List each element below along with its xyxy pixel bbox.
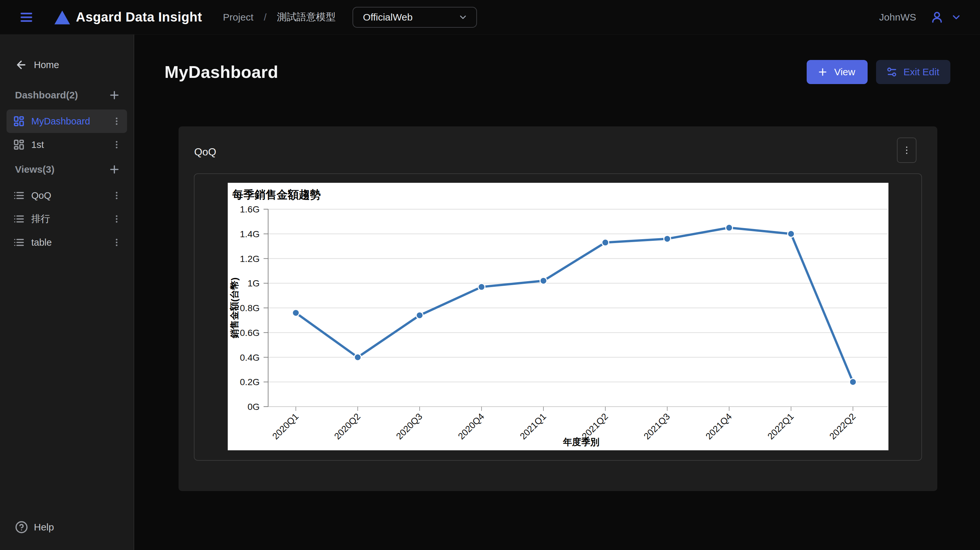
view-button-label: View [834, 67, 855, 78]
sidebar-item-table[interactable]: table [6, 230, 127, 254]
more-vertical-icon [112, 214, 121, 224]
page-title-row: MyDashboard View Exit Edit [134, 35, 980, 84]
help-button[interactable]: Help [10, 519, 127, 536]
exit-edit-button[interactable]: Exit Edit [876, 60, 950, 84]
views-list: QoQ 排行 table [6, 184, 127, 254]
sidebar-item-1st[interactable]: 1st [6, 133, 127, 156]
sidebar-item-label: 1st [31, 140, 103, 150]
svg-text:銷售金額(台幣): 銷售金額(台幣) [229, 278, 239, 339]
ranking-kebab-menu-button[interactable] [110, 212, 124, 226]
dashboard-grid-icon [13, 115, 25, 127]
views-section-label: Views(3) [15, 164, 54, 175]
line-chart: 0G0.2G0.4G0.6G0.8G1G1.2G1.4G1.6G2020Q120… [228, 183, 888, 450]
svg-text:每季銷售金額趨勢: 每季銷售金額趨勢 [232, 188, 321, 201]
list-icon [13, 213, 25, 225]
plus-icon [108, 163, 121, 176]
sliders-icon [886, 66, 897, 78]
plus-icon [108, 89, 121, 101]
breadcrumb-project[interactable]: Project [223, 12, 253, 23]
exit-edit-button-label: Exit Edit [904, 67, 939, 78]
hamburger-menu-button[interactable] [18, 9, 35, 26]
chevron-down-icon [458, 13, 468, 22]
breadcrumb-current-model: 測試語意模型 [277, 10, 336, 24]
main-content: MyDashboard View Exit Edit QoQ 0G0.2G0.4… [134, 35, 980, 550]
svg-text:1.2G: 1.2G [240, 254, 260, 264]
sidebar-item-label: QoQ [31, 190, 103, 201]
user-menu-chevron-icon[interactable] [951, 12, 962, 23]
app-header: Asgard Data Insight Project / 測試語意模型 Off… [0, 0, 980, 35]
arrow-left-icon [15, 59, 27, 71]
1st-kebab-menu-button[interactable] [110, 138, 124, 152]
add-view-button[interactable] [107, 162, 122, 177]
svg-text:0.4G: 0.4G [240, 353, 260, 362]
more-vertical-icon [902, 145, 912, 155]
svg-text:0.2G: 0.2G [240, 377, 260, 387]
list-icon [13, 190, 25, 201]
breadcrumb-separator: / [264, 12, 267, 23]
plus-icon [817, 67, 828, 78]
page-title: MyDashboard [164, 62, 278, 82]
svg-text:0.6G: 0.6G [240, 328, 260, 338]
views-section-header: Views(3) [6, 162, 127, 176]
sidebar-home-label: Home [34, 60, 59, 70]
mydashboard-kebab-menu-button[interactable] [110, 114, 124, 129]
add-view-button-main[interactable]: View [807, 60, 867, 84]
dashboard-section-label: Dashboard(2) [15, 90, 78, 101]
svg-text:1.6G: 1.6G [240, 204, 260, 215]
app-title: Asgard Data Insight [76, 10, 202, 24]
sidebar-item-label: 排行 [31, 213, 103, 226]
svg-text:0G: 0G [247, 402, 259, 412]
widget-card-title: QoQ [194, 146, 216, 158]
workspace-dropdown-value: OfficialWeb [363, 12, 412, 23]
chart-panel: 0G0.2G0.4G0.6G0.8G1G1.2G1.4G1.6G2020Q120… [194, 173, 922, 461]
sidebar-item-ranking[interactable]: 排行 [6, 207, 127, 230]
svg-text:0.8G: 0.8G [240, 303, 260, 313]
user-avatar-icon[interactable] [930, 10, 944, 24]
sidebar-item-qoq[interactable]: QoQ [6, 184, 127, 207]
add-dashboard-button[interactable] [107, 87, 122, 103]
sidebar-item-mydashboard[interactable]: MyDashboard [6, 110, 127, 133]
table-kebab-menu-button[interactable] [110, 235, 124, 250]
sidebar-home-button[interactable]: Home [10, 57, 127, 73]
more-vertical-icon [112, 237, 121, 247]
app-logo-triangle-icon [54, 10, 71, 25]
sidebar: Home Dashboard(2) MyDashboard 1st [0, 35, 134, 550]
sidebar-item-label: table [31, 237, 103, 248]
svg-text:1.4G: 1.4G [240, 229, 260, 239]
more-vertical-icon [112, 191, 121, 200]
workspace-dropdown[interactable]: OfficialWeb [353, 7, 477, 28]
menu-icon [19, 10, 34, 25]
user-name: JohnWS [879, 12, 916, 23]
sidebar-item-label: MyDashboard [31, 116, 103, 127]
help-circle-icon [15, 521, 28, 534]
dashboard-grid-icon [13, 139, 25, 151]
widget-kebab-menu-button[interactable] [897, 138, 916, 163]
qoq-widget-card: QoQ 0G0.2G0.4G0.6G0.8G1G1.2G1.4G1.6G2020… [178, 126, 937, 491]
toolbar: View Exit Edit [807, 60, 950, 84]
more-vertical-icon [112, 116, 121, 126]
more-vertical-icon [112, 140, 121, 149]
svg-text:年度季別: 年度季別 [563, 437, 600, 447]
help-label: Help [34, 521, 54, 533]
dashboard-list: MyDashboard 1st [6, 110, 127, 156]
dashboard-section-header: Dashboard(2) [6, 88, 127, 102]
list-icon [13, 237, 25, 248]
qoq-kebab-menu-button[interactable] [110, 188, 124, 203]
svg-text:1G: 1G [247, 278, 259, 288]
widget-card-header: QoQ [178, 126, 937, 173]
